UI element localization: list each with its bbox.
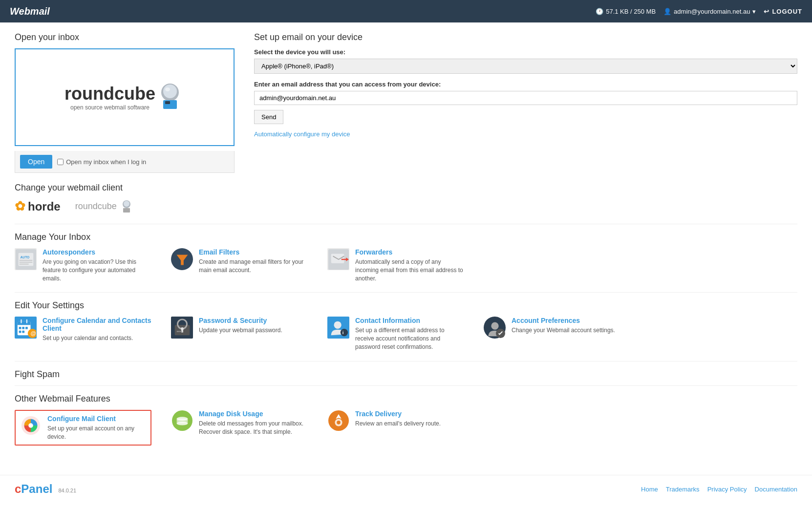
user-info[interactable]: 👤 admin@yourdomain.net.au ▾ (663, 8, 756, 15)
edit-settings-grid: @ Configure Calendar and Contacts Client… (15, 317, 797, 351)
logout-button[interactable]: ↩ LOGOUT (764, 8, 802, 15)
roundcube-client[interactable]: roundcube (75, 199, 134, 214)
footer-privacy-link[interactable]: Privacy Policy (707, 486, 747, 493)
svg-text:i: i (342, 330, 343, 335)
logout-icon: ↩ (764, 8, 769, 15)
configure-mail-client-item[interactable]: Configure Mail Client Set up your email … (15, 410, 151, 446)
manage-inbox-grid: AUTO Autoresponders Are you going on vac… (15, 248, 797, 282)
change-client-title: Change your webmail client (15, 183, 797, 193)
forwarders-text: Forwarders Automatically send a copy of … (355, 248, 464, 282)
send-button[interactable]: Send (254, 110, 283, 124)
open-button[interactable]: Open (20, 155, 52, 169)
edit-settings-title: Edit Your Settings (15, 300, 797, 311)
roundcube-preview: roundcube open source webmail software (15, 48, 235, 146)
configure-calendar-text: Configure Calendar and Contacts Client S… (43, 317, 151, 342)
configure-calendar-item[interactable]: @ Configure Calendar and Contacts Client… (15, 317, 151, 351)
open-inbox-bar: Open Open my inbox when I log in (15, 151, 235, 173)
user-dropdown-icon: ▾ (752, 8, 756, 15)
footer-docs-link[interactable]: Documentation (755, 486, 797, 493)
fight-spam-section: Fight Spam (15, 369, 797, 380)
email-filters-icon (171, 248, 193, 270)
horde-client[interactable]: ✿ horde (15, 199, 61, 214)
auto-open-label[interactable]: Open my inbox when I log in (57, 158, 146, 166)
svg-rect-28 (19, 331, 21, 333)
svg-rect-22 (17, 321, 30, 325)
password-security-text: Password & Security Update your webmail … (199, 317, 282, 335)
right-panel: Set up email on your device Select the d… (254, 32, 797, 173)
svg-point-52 (176, 419, 188, 423)
account-preferences-item[interactable]: Account Preferences Change your Webmail … (484, 317, 620, 351)
setup-title: Set up email on your device (254, 32, 797, 43)
roundcube-name: roundcube (64, 84, 155, 104)
contact-information-title: Contact Information (355, 317, 464, 324)
other-features-title: Other Webmail Features (15, 394, 797, 404)
svg-rect-29 (22, 331, 24, 333)
autoresponders-icon: AUTO (15, 248, 37, 270)
open-inbox-title: Open your inbox (15, 32, 235, 43)
edit-settings-section: Edit Your Settings (15, 300, 797, 351)
webmail-logo: Webmail (10, 6, 50, 17)
svg-point-39 (334, 321, 341, 329)
contact-information-item[interactable]: i Contact Information Set up a different… (327, 317, 464, 351)
track-delivery-desc: Review an email's delivery route. (355, 420, 441, 428)
svg-point-1 (163, 85, 177, 98)
account-preferences-icon (484, 317, 506, 339)
main-content: Open your inbox roundcube open source we… (0, 22, 812, 465)
configure-mail-client-title: Configure Mail Client (47, 415, 147, 423)
account-preferences-desc: Change your Webmail account settings. (512, 326, 615, 335)
autoresponders-desc: Are you going on vacation? Use this feat… (43, 258, 151, 282)
device-label: Select the device you will use: (254, 48, 797, 56)
auto-open-checkbox[interactable] (57, 159, 64, 165)
account-preferences-title: Account Preferences (512, 317, 615, 324)
autoresponders-item[interactable]: AUTO Autoresponders Are you going on vac… (15, 248, 151, 282)
storage-icon: 🕐 (596, 8, 603, 15)
svg-point-2 (165, 87, 170, 91)
svg-rect-4 (165, 101, 170, 104)
email-label: Enter an email address that you can acce… (254, 81, 797, 88)
password-security-desc: Update your webmail password. (199, 326, 282, 335)
footer-trademarks-link[interactable]: Trademarks (666, 486, 700, 493)
horde-icon: ✿ (15, 199, 25, 214)
svg-rect-26 (22, 327, 24, 329)
manage-inbox-title: Manage Your Inbox (15, 232, 797, 242)
top-layout: Open your inbox roundcube open source we… (15, 32, 797, 173)
password-security-item[interactable]: **** Password & Security Update your web… (171, 317, 308, 351)
manage-disk-usage-title: Manage Disk Usage (199, 410, 308, 418)
email-filters-text: Email Filters Create and manage email fi… (199, 248, 308, 275)
webmail-clients: ✿ horde roundcube (15, 199, 797, 214)
header-right: 🕐 57.1 KB / 250 MB 👤 admin@yourdomain.ne… (596, 8, 802, 15)
account-preferences-text: Account Preferences Change your Webmail … (512, 317, 615, 335)
other-features-section: Other Webmail Features (15, 394, 797, 446)
track-delivery-item[interactable]: Track Delivery Review an email's deliver… (327, 410, 464, 446)
roundcube-logo: roundcube open source webmail software (64, 84, 155, 111)
forwarders-title: Forwarders (355, 248, 464, 256)
logout-label: LOGOUT (772, 8, 802, 15)
email-input[interactable] (254, 91, 797, 105)
track-delivery-icon (327, 410, 349, 432)
svg-point-47 (28, 424, 33, 428)
svg-text:****: **** (176, 330, 182, 334)
email-filters-item[interactable]: Email Filters Create and manage email fi… (171, 248, 308, 282)
footer-home-link[interactable]: Home (641, 486, 658, 493)
configure-mail-client-text: Configure Mail Client Set up your email … (47, 415, 147, 441)
contact-information-desc: Set up a different email address to rece… (355, 326, 464, 351)
other-features-grid: Configure Mail Client Set up your email … (15, 410, 797, 446)
cpanel-logo: cPanel 84.0.21 (15, 482, 76, 496)
cpanel-panel: Panel (21, 482, 52, 495)
contact-information-icon: i (327, 317, 349, 339)
forwarders-icon (327, 248, 349, 270)
manage-disk-usage-item[interactable]: Manage Disk Usage Delete old messages fr… (171, 410, 308, 446)
forwarders-item[interactable]: Forwarders Automatically send a copy of … (327, 248, 464, 282)
device-select[interactable]: Apple® (iPhone®, iPad®) (254, 59, 797, 74)
svg-point-6 (124, 201, 129, 207)
svg-point-55 (337, 421, 341, 425)
horde-label: horde (28, 200, 61, 213)
manage-disk-usage-text: Manage Disk Usage Delete old messages fr… (199, 410, 308, 436)
left-panel: Open your inbox roundcube open source we… (15, 32, 235, 173)
roundcube-small-label: roundcube (75, 201, 117, 212)
auto-config-link[interactable]: Automatically configure my device (254, 130, 350, 138)
autoresponders-title: Autoresponders (43, 248, 151, 256)
configure-mail-client-desc: Set up your email account on any device. (47, 425, 147, 441)
header: Webmail 🕐 57.1 KB / 250 MB 👤 admin@yourd… (0, 0, 812, 22)
cpanel-brand: cPanel (15, 482, 52, 496)
